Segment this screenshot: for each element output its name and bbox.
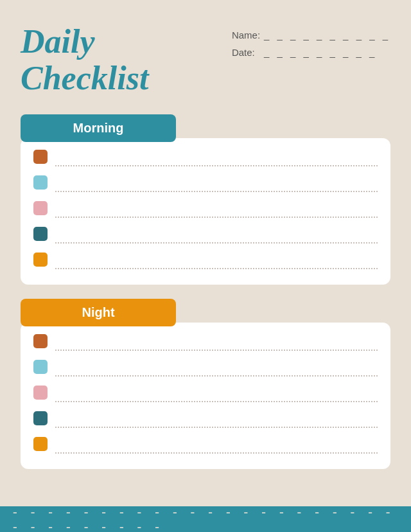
date-value: _ _ _ _ _ _ _ _ _ <box>264 47 377 58</box>
morning-checkbox-3[interactable] <box>33 201 48 215</box>
morning-checkbox-4[interactable] <box>33 227 48 241</box>
night-checkbox-3[interactable] <box>33 386 48 400</box>
morning-item-3 <box>33 201 378 215</box>
footer-dashes: - - - - - - - - - - - - - - - - - - - - … <box>13 504 398 532</box>
night-section: Night <box>21 299 390 469</box>
morning-header: Morning <box>21 114 176 142</box>
night-line-4 <box>55 427 378 428</box>
night-item-2 <box>33 360 378 374</box>
morning-section: Morning <box>21 114 390 285</box>
morning-item-2 <box>33 175 378 190</box>
name-date-fields: Name: _ _ _ _ _ _ _ _ _ _ Date: _ _ _ _ … <box>232 30 390 58</box>
morning-checklist <box>21 138 390 285</box>
morning-line-2 <box>55 191 378 192</box>
night-line-5 <box>55 452 378 454</box>
night-line-3 <box>55 401 378 402</box>
morning-item-1 <box>33 150 378 164</box>
name-field-row: Name: _ _ _ _ _ _ _ _ _ _ <box>232 30 390 40</box>
night-checkbox-2[interactable] <box>33 360 48 374</box>
name-label: Name: <box>232 30 260 40</box>
night-item-5 <box>33 437 378 451</box>
night-line-1 <box>55 350 378 351</box>
morning-checkbox-2[interactable] <box>33 175 48 190</box>
night-checkbox-4[interactable] <box>33 411 48 425</box>
morning-line-5 <box>55 268 378 269</box>
night-checklist <box>21 323 390 469</box>
morning-line-1 <box>55 165 378 166</box>
night-item-4 <box>33 411 378 425</box>
night-line-2 <box>55 375 378 377</box>
morning-checkbox-5[interactable] <box>33 253 48 267</box>
footer-bar: - - - - - - - - - - - - - - - - - - - - … <box>0 506 411 532</box>
night-header: Night <box>21 299 176 326</box>
name-value: _ _ _ _ _ _ _ _ _ _ <box>264 30 390 40</box>
header: Daily Checklist Name: _ _ _ _ _ _ _ _ _ … <box>21 23 390 96</box>
morning-line-3 <box>55 217 378 218</box>
night-checkbox-5[interactable] <box>33 437 48 451</box>
night-item-1 <box>33 334 378 348</box>
page: Daily Checklist Name: _ _ _ _ _ _ _ _ _ … <box>0 0 411 506</box>
night-item-3 <box>33 386 378 400</box>
date-field-row: Date: _ _ _ _ _ _ _ _ _ <box>232 47 390 58</box>
date-label: Date: <box>232 47 260 58</box>
morning-item-5 <box>33 253 378 267</box>
morning-item-4 <box>33 227 378 241</box>
morning-checkbox-1[interactable] <box>33 150 48 164</box>
page-title: Daily Checklist <box>21 23 148 96</box>
morning-line-4 <box>55 242 378 244</box>
night-checkbox-1[interactable] <box>33 334 48 348</box>
